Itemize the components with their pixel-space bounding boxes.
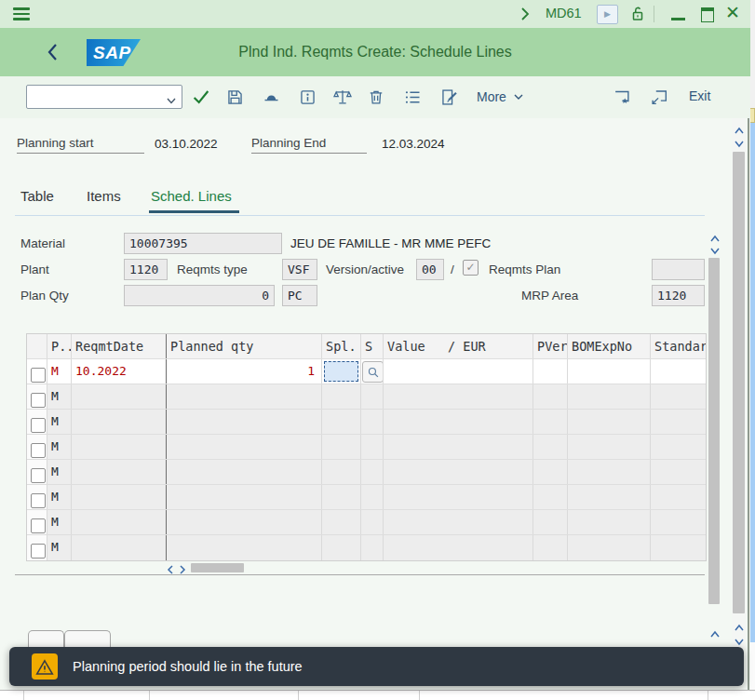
main-scrollbar-thumb[interactable] (733, 152, 745, 613)
hscroll-right-icon[interactable] (178, 562, 187, 579)
info-button[interactable] (296, 86, 318, 108)
cell-planned-qty[interactable]: 1 (167, 359, 322, 384)
cell-s (361, 359, 384, 384)
active-tab-underline (149, 210, 239, 213)
hscroll-thumb[interactable] (191, 563, 244, 572)
reqmts-type-field[interactable]: VSF (282, 259, 317, 280)
delete-button[interactable] (365, 86, 387, 108)
menu-icon[interactable] (13, 7, 30, 20)
cell-p[interactable]: M (47, 485, 72, 509)
save-button[interactable] (223, 86, 246, 108)
cell-p[interactable]: M (47, 510, 72, 534)
header-bomexpno[interactable]: BOMExpNo (568, 334, 651, 358)
header-value-eur[interactable]: Value / EUR (384, 334, 533, 358)
version-separator: / (451, 262, 454, 276)
cell-p[interactable]: M (47, 535, 72, 560)
plant-field[interactable]: 1120 (124, 259, 168, 280)
screen: t.rFSIe1lluNh)od(n04ii3 MD61 ▶ (0, 0, 755, 700)
more-menu[interactable]: More (477, 88, 524, 105)
message-text: Planning period should lie in the future (73, 659, 303, 674)
material-field[interactable]: 10007395 (124, 233, 282, 254)
row-checkbox[interactable] (31, 443, 46, 458)
row-checkbox[interactable] (31, 468, 46, 483)
mrp-area-field[interactable]: 1120 (652, 285, 705, 306)
unlock-icon[interactable] (629, 4, 646, 28)
material-label: Material (20, 236, 65, 250)
close-button[interactable]: ✕ (725, 5, 740, 21)
reqmts-plan-field[interactable] (652, 259, 705, 280)
header-planned-qty[interactable]: Planned qty (167, 334, 322, 358)
message-toast[interactable]: Planning period should lie in the future (9, 647, 744, 686)
print-button[interactable] (260, 86, 282, 108)
panel-scroll-up-bottom-icon[interactable] (709, 626, 721, 643)
tab-items[interactable]: Items (87, 188, 121, 204)
hscroll-left-icon[interactable] (166, 562, 175, 579)
cell-p[interactable]: M (47, 359, 72, 384)
header-standardv[interactable]: StandardV (651, 334, 706, 358)
new-session-star-button[interactable] (611, 86, 633, 108)
open-new-window-button[interactable] (648, 86, 670, 108)
shell-chevron-icon[interactable] (518, 6, 533, 26)
command-field[interactable] (26, 85, 182, 109)
header-spl[interactable]: Spl. (322, 334, 361, 358)
cell-p[interactable]: M (47, 435, 72, 459)
hidden-bottom-button[interactable] (64, 630, 111, 648)
panel-bottom-rule (15, 574, 705, 575)
gui-scripting-icon[interactable]: ▶ (597, 5, 618, 24)
list-button[interactable] (401, 86, 424, 108)
row-checkbox[interactable] (31, 544, 46, 559)
table-row: M (27, 485, 706, 510)
header-pver[interactable]: PVer (533, 334, 568, 358)
header-reqmtdate[interactable]: ReqmtDate (72, 334, 167, 358)
row-checkbox[interactable] (31, 393, 46, 408)
row-checkbox[interactable] (31, 493, 46, 508)
tab-sched-lines[interactable]: Sched. Lines (151, 188, 232, 204)
command-input[interactable] (31, 88, 163, 108)
application-toolbar: More Exit (0, 76, 750, 119)
planning-end-label: Planning End (251, 136, 367, 154)
reqmts-plan-label: Reqmts Plan (489, 262, 560, 276)
main-scroll-down-icon[interactable] (734, 136, 745, 153)
material-description: JEU DE FAMILLE - MR MME PEFC (290, 236, 491, 250)
plan-qty-label: Plan Qty (20, 289, 69, 303)
combobox-chevron-icon[interactable] (166, 92, 177, 109)
table-row: M (27, 410, 706, 435)
tab-table[interactable]: Table (20, 188, 54, 204)
cell-p[interactable]: M (47, 384, 72, 409)
panel-scrollbar-thumb[interactable] (708, 258, 720, 604)
cell-spl[interactable] (322, 359, 361, 384)
mrp-area-label: MRP Area (521, 289, 578, 303)
row-checkbox[interactable] (31, 418, 46, 433)
maximize-button[interactable] (701, 7, 714, 22)
header-s[interactable]: S (361, 334, 384, 358)
transaction-code: MD61 (546, 6, 582, 20)
edit-button[interactable] (438, 86, 460, 108)
version-field[interactable]: 00 (416, 259, 444, 280)
table-row: M (27, 435, 706, 460)
cell-p[interactable]: M (47, 410, 72, 434)
page-title: Plnd Ind. Reqmts Create: Schedule Lines (0, 44, 750, 61)
background-gridline (23, 691, 24, 700)
table-row: M (27, 460, 706, 485)
hidden-bottom-button[interactable] (28, 630, 64, 648)
header-select (27, 334, 47, 358)
focused-cell[interactable] (324, 361, 358, 382)
table-row: M (27, 510, 706, 535)
system-titlebar: MD61 ▶ ✕ (0, 0, 750, 28)
plant-label: Plant (20, 262, 49, 276)
value-help-button[interactable] (362, 361, 384, 383)
cell-reqmtdate[interactable]: 10.2022 (72, 359, 167, 384)
app-header: SAP Plnd Ind. Reqmts Create: Schedule Li… (0, 28, 750, 76)
scales-button[interactable] (331, 86, 354, 108)
row-checkbox[interactable] (31, 368, 46, 383)
version-active-checkbox[interactable]: ✓ (463, 260, 479, 276)
cell-p[interactable]: M (47, 460, 72, 484)
exit-button[interactable]: Exit (689, 88, 710, 103)
plan-qty-unit-field[interactable]: PC (282, 285, 317, 306)
header-p[interactable]: P... (47, 334, 72, 358)
row-checkbox[interactable] (31, 518, 46, 533)
enter-check-button[interactable] (190, 86, 212, 108)
background-gridline (149, 691, 150, 700)
minimize-button[interactable] (671, 18, 685, 20)
plan-qty-field[interactable]: 0 (124, 285, 275, 306)
